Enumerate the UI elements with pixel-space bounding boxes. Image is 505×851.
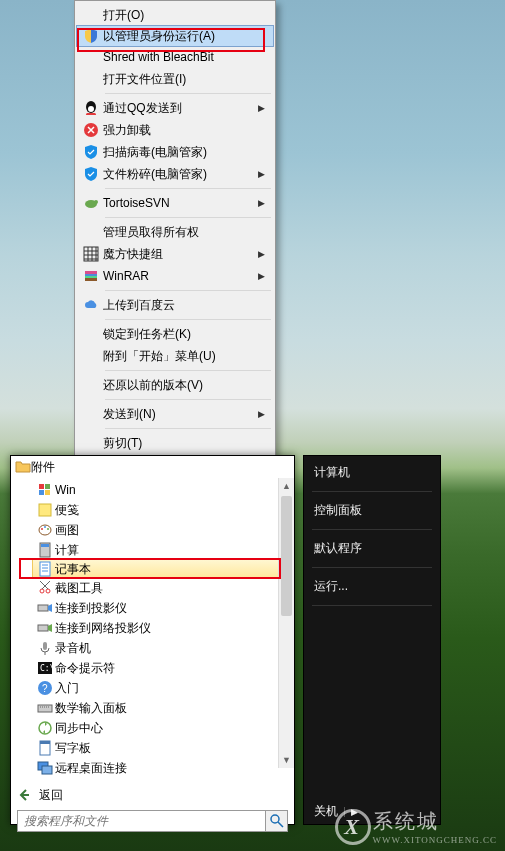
submenu-arrow-icon: ▶ <box>258 271 265 281</box>
program-label: 数学输入面板 <box>55 700 294 717</box>
svg-rect-10 <box>39 484 44 489</box>
context-menu-item[interactable]: 发送到(N)▶ <box>77 403 273 425</box>
context-menu-item[interactable]: Shred with BleachBit <box>77 46 273 68</box>
right-panel-item[interactable]: 运行... <box>304 570 440 603</box>
program-item[interactable]: 便笺 <box>33 500 294 520</box>
svg-rect-20 <box>41 544 49 547</box>
program-item[interactable]: Win <box>33 480 294 500</box>
context-menu-item[interactable]: 以管理员身份运行(A) <box>76 25 274 47</box>
menu-item-label: 以管理员身份运行(A) <box>103 28 265 45</box>
shield-blue-icon <box>79 166 103 183</box>
svg-rect-26 <box>43 642 47 650</box>
svg-rect-7 <box>85 271 97 274</box>
svg-rect-34 <box>40 741 50 744</box>
scroll-down-icon[interactable]: ▼ <box>279 752 294 768</box>
submenu-arrow-icon: ▶ <box>258 409 265 419</box>
flag-win-icon <box>35 482 55 499</box>
right-panel-item[interactable]: 默认程序 <box>304 532 440 565</box>
search-button[interactable] <box>266 810 288 832</box>
program-item[interactable]: C:\命令提示符 <box>33 658 294 678</box>
context-menu-item[interactable]: WinRAR▶ <box>77 265 273 287</box>
help-icon: ? <box>35 680 55 697</box>
context-menu-item[interactable]: 强力卸载 <box>77 119 273 141</box>
menu-item-label: 打开文件位置(I) <box>103 71 265 88</box>
menu-separator <box>105 428 271 429</box>
svg-text:?: ? <box>42 683 48 694</box>
menu-separator <box>105 370 271 371</box>
context-menu-item[interactable]: 打开(O) <box>77 4 273 26</box>
svg-point-4 <box>94 200 98 204</box>
right-panel-item[interactable]: 控制面板 <box>304 494 440 527</box>
program-item[interactable]: 计算 <box>33 540 294 560</box>
keyboard-icon <box>35 700 55 717</box>
program-label: Win <box>55 483 294 497</box>
watermark: X 系统城 WWW.XITONGCHENG.CC <box>335 808 498 845</box>
svg-rect-14 <box>39 504 51 516</box>
menu-item-label: 剪切(T) <box>103 435 265 452</box>
context-menu-item[interactable]: 扫描病毒(电脑管家) <box>77 141 273 163</box>
menu-separator <box>105 399 271 400</box>
menu-item-label: 强力卸载 <box>103 122 265 139</box>
program-item[interactable]: ?入门 <box>33 678 294 698</box>
svg-rect-21 <box>40 562 50 576</box>
context-menu-item[interactable]: 文件粉碎(电脑管家)▶ <box>77 163 273 185</box>
projector-icon <box>35 600 55 617</box>
submenu-arrow-icon: ▶ <box>258 198 265 208</box>
program-item[interactable]: 记事本 <box>32 559 294 579</box>
context-menu-item[interactable]: 还原以前的版本(V) <box>77 374 273 396</box>
back-label: 返回 <box>39 787 63 804</box>
right-panel-item[interactable]: 计算机 <box>304 456 440 489</box>
menu-item-label: 锁定到任务栏(K) <box>103 326 265 343</box>
svg-point-23 <box>46 589 50 593</box>
program-item[interactable]: 连接到投影仪 <box>33 598 294 618</box>
context-menu-item[interactable]: 管理员取得所有权 <box>77 221 273 243</box>
program-label: 连接到投影仪 <box>55 600 294 617</box>
program-item[interactable]: 画图 <box>33 520 294 540</box>
menu-item-label: 发送到(N) <box>103 406 258 423</box>
program-item[interactable]: 截图工具 <box>33 578 294 598</box>
menu-item-label: 还原以前的版本(V) <box>103 377 265 394</box>
program-label: 计算 <box>55 542 294 559</box>
svg-rect-31 <box>38 705 52 712</box>
start-folder-header[interactable]: 附件 <box>11 456 294 478</box>
context-menu-item[interactable]: 上传到百度云 <box>77 294 273 316</box>
start-menu-left: 附件 Win便笺画图计算记事本截图工具连接到投影仪连接到网络投影仪录音机C:\命… <box>10 455 295 825</box>
program-label: 记事本 <box>55 561 294 578</box>
context-menu-item[interactable]: 打开文件位置(I) <box>77 68 273 90</box>
svg-rect-13 <box>45 490 50 495</box>
menu-item-label: WinRAR <box>103 269 258 283</box>
search-input[interactable] <box>17 810 266 832</box>
program-item[interactable]: 远程桌面连接 <box>33 758 294 778</box>
scrollbar[interactable]: ▲ ▼ <box>278 478 294 768</box>
menu-separator <box>105 319 271 320</box>
shield-blue-icon <box>79 144 103 161</box>
program-item[interactable]: 录音机 <box>33 638 294 658</box>
program-label: 命令提示符 <box>55 660 294 677</box>
context-menu-item[interactable]: 锁定到任务栏(K) <box>77 323 273 345</box>
menu-item-label: 扫描病毒(电脑管家) <box>103 144 265 161</box>
menu-item-label: 打开(O) <box>103 7 265 24</box>
svg-line-38 <box>278 822 283 827</box>
svg-rect-36 <box>42 766 52 774</box>
context-menu-item[interactable]: 附到「开始」菜单(U) <box>77 345 273 367</box>
right-panel-separator <box>312 491 432 492</box>
context-menu-item[interactable]: TortoiseSVN▶ <box>77 192 273 214</box>
program-item[interactable]: 同步中心 <box>33 718 294 738</box>
svg-point-37 <box>271 815 279 823</box>
scroll-thumb[interactable] <box>281 496 292 616</box>
program-label: 便笺 <box>55 502 294 519</box>
program-item[interactable]: 连接到网络投影仪 <box>33 618 294 638</box>
context-menu-item[interactable]: 魔方快捷组▶ <box>77 243 273 265</box>
program-item[interactable]: 写字板 <box>33 738 294 758</box>
menu-item-label: 通过QQ发送到 <box>103 100 258 117</box>
back-arrow-icon <box>17 787 33 803</box>
context-menu-item[interactable]: 通过QQ发送到▶ <box>77 97 273 119</box>
recorder-icon <box>35 640 55 657</box>
context-menu-item[interactable]: 剪切(T) <box>77 432 273 454</box>
program-item[interactable]: 数学输入面板 <box>33 698 294 718</box>
svg-rect-24 <box>38 605 48 611</box>
scroll-up-icon[interactable]: ▲ <box>279 478 294 494</box>
back-button[interactable]: 返回 <box>11 784 294 806</box>
program-label: 远程桌面连接 <box>55 760 294 777</box>
tortoise-icon <box>79 195 103 212</box>
